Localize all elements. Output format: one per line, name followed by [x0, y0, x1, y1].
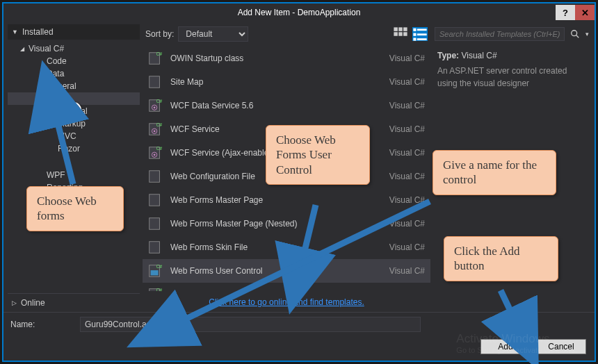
svg-rect-10 — [413, 38, 416, 41]
center-toolbar: Sort by: Default — [143, 24, 430, 44]
tree-item-label: Web — [47, 94, 63, 104]
template-label: Site Map — [170, 77, 384, 87]
view-list-icon[interactable] — [412, 27, 428, 41]
view-small-icon[interactable] — [393, 27, 408, 41]
template-row[interactable]: Web Forms Skin FileVisual C# — [143, 235, 430, 259]
left-panel: ▼ Installed ◢Visual C#CodeDataGeneral◢We… — [8, 24, 140, 312]
svg-rect-14 — [150, 76, 160, 88]
template-label: Web Forms Master Page — [170, 195, 384, 205]
template-lang: Visual C# — [389, 172, 425, 181]
wcf-icon: C# — [145, 144, 165, 162]
template-row[interactable]: C#WCF ServiceVisual C# — [143, 117, 430, 141]
installed-header[interactable]: ▼ Installed — [8, 24, 140, 40]
template-lang: Visual C# — [389, 53, 425, 63]
svg-point-26 — [154, 154, 156, 156]
dropdown-icon[interactable]: ▾ — [585, 31, 589, 38]
file-icon — [145, 167, 165, 185]
template-row[interactable]: C#WCF Service (Ajax-enabled)Visual C# — [143, 141, 430, 165]
template-lang: Visual C# — [389, 124, 425, 134]
template-label: WCF Data Service 5.6 — [170, 101, 384, 110]
template-row[interactable]: Web Forms Master PageVisual C# — [143, 188, 430, 212]
tree-item-general[interactable]: General — [8, 105, 140, 117]
info-panel: Type: Visual C# An ASP.NET server contro… — [433, 44, 590, 95]
tree-item-visual-c-[interactable]: ◢Visual C# — [8, 42, 140, 55]
search-input[interactable] — [435, 27, 565, 41]
svg-rect-4 — [398, 32, 403, 36]
tree-item-web[interactable]: ◢Web — [8, 92, 140, 105]
file-icon — [145, 238, 165, 256]
template-label: WCF Service (Ajax-enabled) — [170, 148, 384, 158]
template-lang: Visual C# — [389, 219, 425, 229]
tree-item-label: Visual C# — [29, 44, 64, 53]
search-icon[interactable] — [567, 26, 583, 42]
svg-rect-2 — [403, 27, 407, 31]
sortby-select[interactable]: Default — [178, 26, 248, 42]
template-lang: Visual C# — [389, 242, 425, 252]
svg-rect-29 — [150, 218, 160, 230]
cancel-button[interactable]: Cancel — [536, 339, 586, 354]
svg-point-22 — [154, 130, 156, 132]
svg-text:C#: C# — [156, 51, 163, 56]
svg-rect-1 — [398, 27, 403, 31]
online-templates-link[interactable]: Click here to go online and find templat… — [209, 297, 364, 307]
category-tree: ◢Visual C#CodeDataGeneral◢WebGeneralMark… — [8, 40, 140, 293]
search-row: ▾ — [433, 24, 590, 44]
add-button[interactable]: Add — [480, 339, 531, 354]
template-row[interactable]: C#Web Forms User ControlVisual C# — [143, 259, 430, 283]
template-row[interactable]: Web Configuration FileVisual C# — [143, 165, 430, 188]
template-row[interactable]: C#WCF Data Service 5.6Visual C# — [143, 94, 430, 117]
svg-rect-0 — [394, 27, 398, 31]
tree-item-label: Silverlight — [47, 195, 83, 205]
tree-item-silverlight[interactable]: Silverlight — [8, 194, 140, 206]
right-panel: ▾ Type: Visual C# An ASP.NET server cont… — [433, 24, 590, 312]
template-row[interactable]: C#OWIN Startup classVisual C# — [143, 47, 430, 70]
template-row[interactable]: C#Web Service (ASMX)Visual C# — [143, 283, 430, 291]
tree-item-data[interactable]: Data — [8, 67, 140, 80]
template-lang: Visual C# — [389, 101, 425, 110]
window-title: Add New Item - DemoApplication — [3, 8, 595, 17]
help-button[interactable]: ? — [556, 5, 575, 20]
dialog-body: ▼ Installed ◢Visual C#CodeDataGeneral◢We… — [3, 22, 595, 312]
online-header[interactable]: ▷ Online — [8, 293, 140, 312]
type-value: Visual C# — [461, 51, 496, 60]
template-label: WCF Service — [170, 124, 384, 134]
tree-item-sql-server[interactable]: SQL Server — [8, 206, 140, 219]
close-button[interactable]: ✕ — [575, 5, 595, 20]
tree-item-reporting[interactable]: Reporting — [8, 181, 140, 194]
template-lang: Visual C# — [389, 266, 425, 276]
wcf-icon: C# — [145, 286, 165, 291]
svg-text:C#: C# — [156, 146, 163, 151]
template-label: Web Forms User Control — [170, 266, 384, 276]
caret-icon: ◢ — [38, 96, 47, 102]
svg-line-39 — [576, 35, 579, 38]
svg-text:C#: C# — [156, 264, 163, 269]
tree-item-wpf[interactable]: WPF — [8, 169, 140, 181]
template-label: Web Forms Skin File — [170, 242, 384, 252]
tree-item-mvc[interactable]: MVC — [8, 130, 140, 142]
svg-text:C#: C# — [156, 99, 163, 104]
dialog-window: Add New Item - DemoApplication ? ✕ ▼ Ins… — [2, 2, 596, 362]
center-panel: Sort by: Default C#OWIN Startup classVis… — [143, 24, 430, 312]
type-label: Type: — [437, 51, 459, 60]
template-row[interactable]: Web Forms Master Page (Nested)Visual C# — [143, 212, 430, 235]
name-input[interactable] — [80, 317, 421, 332]
type-description: An ASP.NET server control created using … — [437, 65, 586, 90]
template-row[interactable]: Site MapVisual C# — [143, 70, 430, 94]
tree-item-code[interactable]: Code — [8, 55, 140, 67]
template-lang: Visual C# — [389, 195, 425, 205]
svg-rect-28 — [150, 195, 160, 206]
template-label: Web Configuration File — [170, 172, 384, 181]
caret-icon: ◢ — [20, 46, 29, 52]
tree-item-label: Data — [47, 69, 64, 78]
master-icon — [145, 215, 165, 233]
sortby-label: Sort by: — [145, 29, 174, 39]
tree-item-markup[interactable]: Markup — [8, 117, 140, 130]
tree-item-label: General — [58, 106, 88, 116]
cs-icon: C# — [145, 49, 165, 67]
svg-rect-27 — [150, 171, 160, 183]
tree-item-general[interactable]: General — [8, 80, 140, 92]
uc-icon: C# — [145, 262, 165, 280]
tree-item-label: MVC — [58, 131, 76, 141]
tree-item-razor[interactable]: Razor — [8, 142, 140, 155]
wcf-icon: C# — [145, 120, 165, 138]
